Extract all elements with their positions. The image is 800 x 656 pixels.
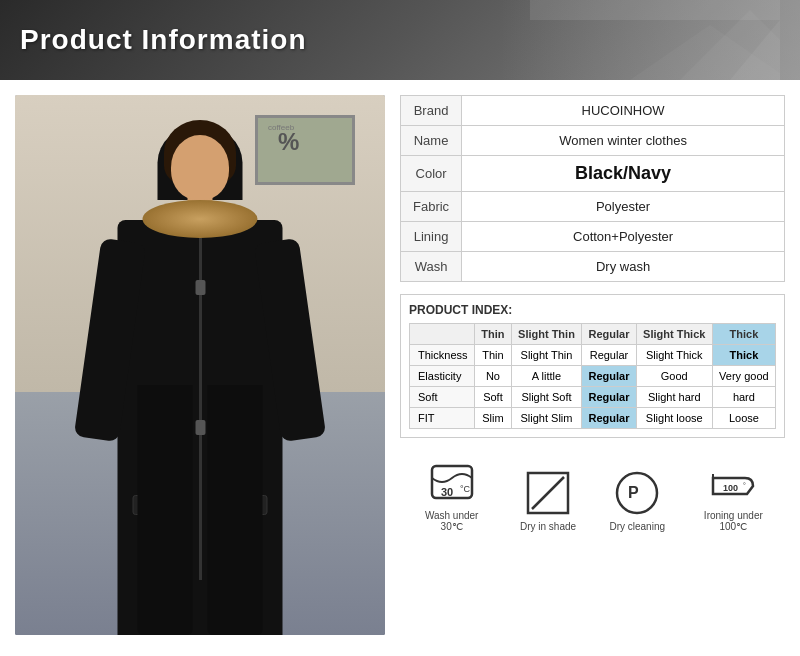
page-title: Product Information xyxy=(20,24,307,56)
specs-row: Wash Dry wash xyxy=(401,252,785,282)
wash30-icon: 30 °C xyxy=(428,458,476,506)
page-header: Product Information xyxy=(0,0,800,80)
spec-value: Women winter clothes xyxy=(462,126,785,156)
index-col-header: Slight Thick xyxy=(636,324,712,345)
svg-text:100: 100 xyxy=(723,483,738,493)
spec-label: Color xyxy=(401,156,462,192)
spec-value: Polyester xyxy=(462,192,785,222)
index-cell: Regular xyxy=(582,366,636,387)
care-iron100: 100 ° Ironing under 100℃ xyxy=(698,458,768,532)
spec-label: Brand xyxy=(401,96,462,126)
index-col-header xyxy=(410,324,475,345)
index-cell: Good xyxy=(636,366,712,387)
index-row-label: Elasticity xyxy=(410,366,475,387)
iron100-icon: 100 ° xyxy=(709,458,757,506)
svg-marker-0 xyxy=(730,20,780,80)
index-cell: A little xyxy=(511,366,582,387)
index-cell: Slight hard xyxy=(636,387,712,408)
product-index-section: PRODUCT INDEX: ThinSlight ThinRegularSli… xyxy=(400,294,785,438)
product-image: coffeeb % xyxy=(15,95,385,635)
index-col-header: Regular xyxy=(582,324,636,345)
care-section: 30 °C Wash under 30℃ Dry in shade xyxy=(400,450,785,540)
index-cell: Slim xyxy=(475,408,512,429)
specs-row: Lining Cotton+Polyester xyxy=(401,222,785,252)
specs-row: Color Black/Navy xyxy=(401,156,785,192)
index-row: ThicknessThinSlight ThinRegularSlight Th… xyxy=(410,345,776,366)
index-row-label: Soft xyxy=(410,387,475,408)
svg-marker-1 xyxy=(680,10,780,80)
index-table: ThinSlight ThinRegularSlight ThickThick … xyxy=(409,323,776,429)
index-row-label: Thickness xyxy=(410,345,475,366)
index-title: PRODUCT INDEX: xyxy=(409,303,776,317)
dry-clean-icon: P xyxy=(613,469,661,517)
index-cell: Slight loose xyxy=(636,408,712,429)
index-cell: Thick xyxy=(712,345,775,366)
index-cell: Slight Soft xyxy=(511,387,582,408)
dry-shade-label: Dry in shade xyxy=(520,521,576,532)
specs-row: Brand HUCOINHOW xyxy=(401,96,785,126)
dry-clean-label: Dry cleaning xyxy=(609,521,665,532)
specs-table: Brand HUCOINHOW Name Women winter clothe… xyxy=(400,95,785,282)
index-cell: hard xyxy=(712,387,775,408)
spec-label: Lining xyxy=(401,222,462,252)
dry-shade-icon xyxy=(524,469,572,517)
info-panel: Brand HUCOINHOW Name Women winter clothe… xyxy=(400,95,785,641)
index-cell: Regular xyxy=(582,345,636,366)
index-row: SoftSoftSlight SoftRegularSlight hardhar… xyxy=(410,387,776,408)
specs-row: Name Women winter clothes xyxy=(401,126,785,156)
index-cell: Slight Thin xyxy=(511,345,582,366)
index-col-header: Slight Thin xyxy=(511,324,582,345)
index-cell: Soft xyxy=(475,387,512,408)
svg-line-8 xyxy=(532,477,564,509)
svg-text:°: ° xyxy=(743,482,746,489)
svg-marker-2 xyxy=(630,25,780,80)
index-cell: Very good xyxy=(712,366,775,387)
index-cell: No xyxy=(475,366,512,387)
index-cell: Thin xyxy=(475,345,512,366)
index-col-header: Thin xyxy=(475,324,512,345)
care-dry-clean: P Dry cleaning xyxy=(609,469,665,532)
svg-rect-3 xyxy=(530,0,780,20)
svg-text:°C: °C xyxy=(460,484,471,494)
specs-row: Fabric Polyester xyxy=(401,192,785,222)
index-cell: Slight Slim xyxy=(511,408,582,429)
index-cell: Regular xyxy=(582,387,636,408)
main-content: coffeeb % xyxy=(0,80,800,656)
spec-value: Black/Navy xyxy=(462,156,785,192)
care-dry-shade: Dry in shade xyxy=(520,469,576,532)
svg-text:P: P xyxy=(628,484,639,501)
svg-text:30: 30 xyxy=(441,486,453,498)
spec-value: Dry wash xyxy=(462,252,785,282)
index-col-header: Thick xyxy=(712,324,775,345)
spec-label: Wash xyxy=(401,252,462,282)
spec-label: Fabric xyxy=(401,192,462,222)
wash30-label: Wash under 30℃ xyxy=(417,510,487,532)
index-row-label: FIT xyxy=(410,408,475,429)
care-wash30: 30 °C Wash under 30℃ xyxy=(417,458,487,532)
index-cell: Slight Thick xyxy=(636,345,712,366)
index-cell: Regular xyxy=(582,408,636,429)
index-row: FITSlimSlight SlimRegularSlight looseLoo… xyxy=(410,408,776,429)
spec-value: Cotton+Polyester xyxy=(462,222,785,252)
index-row: ElasticityNoA littleRegularGoodVery good xyxy=(410,366,776,387)
index-cell: Loose xyxy=(712,408,775,429)
iron100-label: Ironing under 100℃ xyxy=(698,510,768,532)
spec-value: HUCOINHOW xyxy=(462,96,785,126)
spec-label: Name xyxy=(401,126,462,156)
